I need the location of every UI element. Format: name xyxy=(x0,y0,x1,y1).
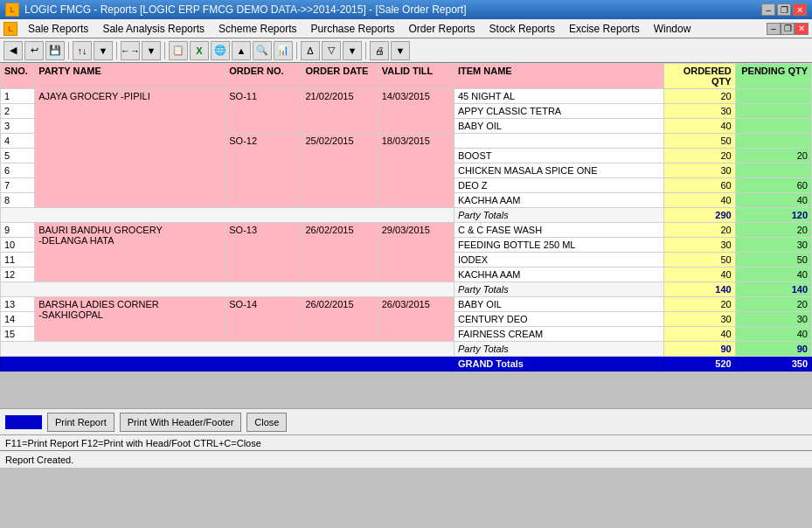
toolbar-web[interactable]: 🌐 xyxy=(211,41,230,60)
print-report-button[interactable]: Print Report xyxy=(47,413,115,432)
menu-scheme-reports[interactable]: Scheme Reports xyxy=(212,21,303,37)
nav-indicator xyxy=(5,415,42,429)
toolbar-print[interactable]: 🖨 xyxy=(370,41,389,60)
toolbar-filter[interactable]: ▽ xyxy=(322,41,341,60)
party-name-cell: BAURI BANDHU GROCERY -DELANGA HATA xyxy=(35,223,226,282)
submenu-minimize[interactable]: – xyxy=(767,23,781,35)
pending-qty-cell xyxy=(735,89,811,104)
party-total-empty xyxy=(1,342,455,357)
menu-order-reports[interactable]: Order Reports xyxy=(402,21,482,37)
table-row: Party Totals 140 140 xyxy=(1,282,812,297)
toolbar-copy[interactable]: 📋 xyxy=(169,41,188,60)
party-total-pending: 90 xyxy=(735,342,811,357)
pending-qty-cell xyxy=(735,163,811,178)
party-total-qty: 140 xyxy=(663,282,735,297)
toolbar-sep5 xyxy=(365,42,366,59)
table-row: 13BARSHA LADIES CORNER -SAKHIGOPALSO-142… xyxy=(1,297,812,312)
report-table: SNO. PARTY NAME ORDER NO. ORDER DATE VAL… xyxy=(0,63,812,372)
toolbar-undo[interactable]: ↩ xyxy=(24,41,44,60)
pending-qty-cell xyxy=(735,104,811,119)
close-button[interactable]: Close xyxy=(246,413,287,432)
item-name-cell: C & C FASE WASH xyxy=(454,223,663,238)
minimize-button[interactable]: – xyxy=(761,3,775,16)
toolbar-back[interactable]: ◀ xyxy=(3,41,23,60)
toolbar-print-dropdown[interactable]: ▼ xyxy=(391,41,410,60)
header-party: PARTY NAME xyxy=(35,64,226,89)
toolbar-sort-dropdown[interactable]: ▼ xyxy=(94,41,113,60)
title-bar: L LOGIC FMCG - Reports [LOGIC ERP FMCG D… xyxy=(0,0,812,19)
sno-cell: 5 xyxy=(1,149,35,163)
ordered-qty-cell: 40 xyxy=(663,327,735,342)
item-name-cell: BABY OIL xyxy=(454,119,663,134)
pending-qty-cell: 40 xyxy=(735,327,811,342)
ordered-qty-cell: 60 xyxy=(663,178,735,193)
ordered-qty-cell: 30 xyxy=(663,104,735,119)
toolbar-chart[interactable]: 📊 xyxy=(274,41,293,60)
party-total-label: Party Totals xyxy=(454,342,663,357)
table-row: Party Totals 90 90 xyxy=(1,342,812,357)
shortcut-bar: F11=Print Report F12=Print with Head/Foo… xyxy=(0,434,812,450)
item-name-cell: KACHHA AAM xyxy=(454,267,663,282)
item-name-cell: APPY CLASSIC TETRA xyxy=(454,104,663,119)
window-controls: – ❐ ✕ xyxy=(761,3,807,16)
grand-total-empty xyxy=(1,357,455,372)
toolbar-save[interactable]: 💾 xyxy=(45,41,65,60)
menu-excise-reports[interactable]: Excise Reports xyxy=(562,21,647,37)
sno-cell: 1 xyxy=(1,89,35,104)
toolbar-filter-dropdown[interactable]: ▼ xyxy=(343,41,362,60)
party-total-empty xyxy=(1,208,455,223)
menu-purchase-reports[interactable]: Purchase Reports xyxy=(303,21,401,37)
sno-cell: 2 xyxy=(1,104,35,119)
menu-sale-reports[interactable]: Sale Reports xyxy=(21,21,95,37)
order-date-cell: 21/02/2015 xyxy=(302,89,378,134)
ordered-qty-cell: 30 xyxy=(663,163,735,178)
item-name-cell: BOOST xyxy=(454,149,663,163)
restore-button[interactable]: ❐ xyxy=(777,3,791,16)
toolbar-sort-asc[interactable]: ↑↓ xyxy=(73,41,92,60)
pending-qty-cell: 30 xyxy=(735,238,811,253)
print-header-footer-button[interactable]: Print With Header/Footer xyxy=(120,413,242,432)
bottom-bar: Print Report Print With Header/Footer Cl… xyxy=(0,408,812,434)
table-row: Party Totals 290 120 xyxy=(1,208,812,223)
ordered-qty-cell: 20 xyxy=(663,89,735,104)
submenu-restore[interactable]: ❐ xyxy=(781,23,795,35)
menu-stock-reports[interactable]: Stock Reports xyxy=(482,21,562,37)
ordered-qty-cell: 50 xyxy=(663,253,735,267)
pending-qty-cell: 40 xyxy=(735,267,811,282)
sno-cell: 4 xyxy=(1,134,35,149)
order-no-cell: SO-14 xyxy=(226,297,302,342)
grand-total-row: GRAND Totals 520 350 xyxy=(1,357,812,372)
toolbar-up-arrow[interactable]: ▲ xyxy=(232,41,251,60)
toolbar-move-dropdown[interactable]: ▼ xyxy=(142,41,161,60)
header-order-date: ORDER DATE xyxy=(302,64,378,89)
item-name-cell: BABY OIL xyxy=(454,297,663,312)
menu-sale-analysis-reports[interactable]: Sale Analysis Reports xyxy=(95,21,212,37)
order-no-cell: SO-13 xyxy=(226,223,302,282)
status-text: Report Created. xyxy=(5,455,73,465)
pending-qty-cell: 50 xyxy=(735,253,811,267)
party-name-cell: AJAYA GROCERY -PIPILI xyxy=(35,89,226,208)
close-window-button[interactable]: ✕ xyxy=(793,3,807,16)
sno-cell: 7 xyxy=(1,178,35,193)
toolbar-move-left[interactable]: ←→ xyxy=(121,41,140,60)
grand-total-label: GRAND Totals xyxy=(454,357,663,372)
toolbar-sep2 xyxy=(116,42,117,59)
grand-total-pending: 350 xyxy=(735,357,811,372)
pending-qty-cell: 60 xyxy=(735,178,811,193)
toolbar-find[interactable]: 🔍 xyxy=(253,41,272,60)
pending-qty-cell xyxy=(735,119,811,134)
pending-qty-cell: 20 xyxy=(735,149,811,163)
toolbar-excel[interactable]: X xyxy=(190,41,209,60)
menu-window[interactable]: Window xyxy=(647,21,698,37)
header-order-no: ORDER NO. xyxy=(226,64,302,89)
ordered-qty-cell: 20 xyxy=(663,297,735,312)
header-sno: SNO. xyxy=(1,64,35,89)
table-row: 9BAURI BANDHU GROCERY -DELANGA HATASO-13… xyxy=(1,223,812,238)
toolbar-design[interactable]: Δ xyxy=(301,41,320,60)
submenu-close[interactable]: ✕ xyxy=(795,23,809,35)
party-total-pending: 120 xyxy=(735,208,811,223)
sno-cell: 3 xyxy=(1,119,35,134)
item-name-cell: FEEDING BOTTLE 250 ML xyxy=(454,238,663,253)
shortcuts-text: F11=Print Report F12=Print with Head/Foo… xyxy=(5,438,261,448)
window-title: LOGIC FMCG - Reports [LOGIC ERP FMCG DEM… xyxy=(24,3,466,16)
